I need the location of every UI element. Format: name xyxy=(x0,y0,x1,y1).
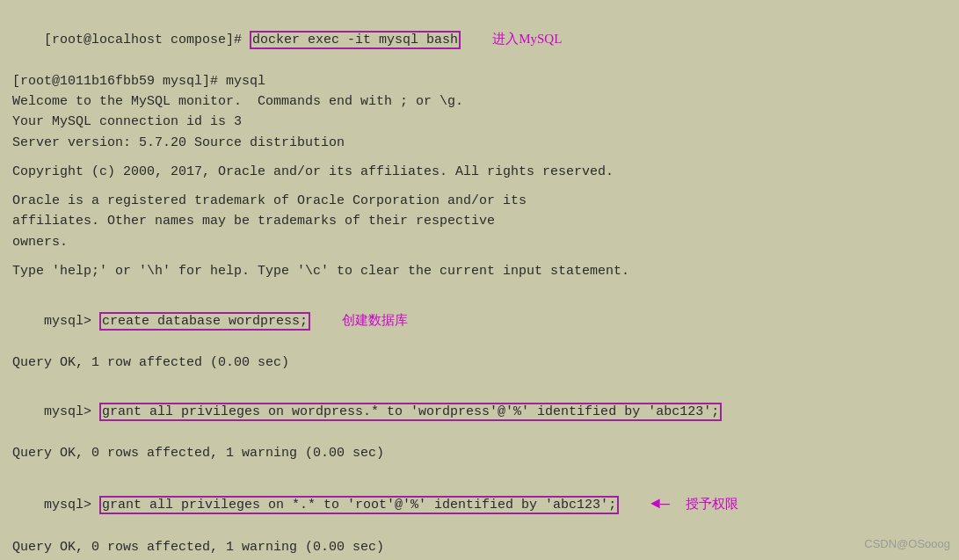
spacer-1 xyxy=(12,153,947,162)
line-server-version: Server version: 5.7.20 Source distributi… xyxy=(12,133,947,153)
prompt-create-db: mysql> xyxy=(44,314,99,329)
prompt-grant-wp: mysql> xyxy=(44,404,99,419)
cmd-grant-wordpress: grant all privileges on wordpress.* to '… xyxy=(99,403,722,421)
line-copyright: Copyright (c) 2000, 2017, Oracle and/or … xyxy=(12,162,947,182)
line-query-ok-3: Query OK, 0 rows affected, 1 warning (0.… xyxy=(12,537,947,557)
line-affiliates: affiliates. Other names may be trademark… xyxy=(12,211,947,231)
cmd-docker-exec: docker exec -it mysql bash xyxy=(250,31,461,49)
annotation-grant: 授予权限 xyxy=(686,497,738,511)
spacer-5 xyxy=(12,373,947,382)
cmd-grant-root: grant all privileges on *.* to 'root'@'%… xyxy=(99,496,619,514)
arrow-grant-root: ◄— xyxy=(650,495,670,513)
line-grant-root: mysql> grant all privileges on *.* to 'r… xyxy=(12,472,947,537)
line-connection-id: Your MySQL connection id is 3 xyxy=(12,112,947,132)
prompt-1: [root@localhost compose]# xyxy=(44,33,250,47)
spacer-4 xyxy=(12,281,947,290)
line-docker-exec: [root@localhost compose]# docker exec -i… xyxy=(12,9,947,71)
line-create-database: mysql> create database wordpress; 创建数据库 xyxy=(12,290,947,353)
spacer-6 xyxy=(12,463,947,472)
spacer-2 xyxy=(12,182,947,191)
watermark: CSDN@OSooog xyxy=(864,535,950,553)
line-oracle-trademark: Oracle is a registered trademark of Orac… xyxy=(12,191,947,211)
terminal-window: [root@localhost compose]# docker exec -i… xyxy=(0,0,959,560)
spacer-3 xyxy=(12,252,947,261)
line-type-help: Type 'help;' or '\h' for help. Type '\c'… xyxy=(12,261,947,281)
line-owners: owners. xyxy=(12,232,947,252)
line-welcome: Welcome to the MySQL monitor. Commands e… xyxy=(12,91,947,112)
line-query-ok-2: Query OK, 0 rows affected, 1 warning (0.… xyxy=(12,443,947,463)
annotation-enter-mysql: 进入MySQL xyxy=(492,32,562,46)
prompt-grant-root: mysql> xyxy=(44,498,99,513)
annotation-create-db: 创建数据库 xyxy=(342,313,408,327)
line-grant-wordpress: mysql> grant all privileges on wordpress… xyxy=(12,382,947,443)
cmd-create-database: create database wordpress; xyxy=(99,312,310,331)
line-mysql-login: [root@1011b16fbb59 mysql]# mysql xyxy=(12,71,947,91)
line-query-ok-1: Query OK, 1 row affected (0.00 sec) xyxy=(12,353,947,373)
